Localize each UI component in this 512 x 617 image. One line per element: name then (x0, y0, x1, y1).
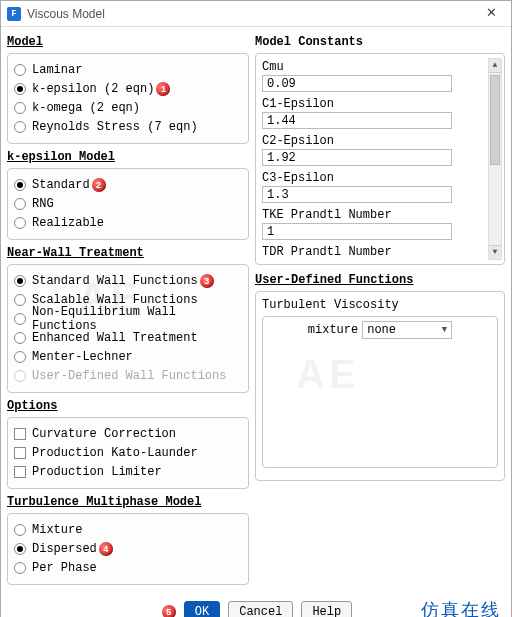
radio-icon (14, 198, 26, 210)
footer: 5 OK Cancel Help 仿真在线 www.1CAE.com (1, 591, 511, 617)
const-c2-input[interactable] (262, 149, 452, 166)
help-button[interactable]: Help (301, 601, 352, 617)
check-kato-launder[interactable]: Production Kato-Launder (14, 444, 242, 462)
radio-icon (14, 294, 26, 306)
radio-icon (14, 83, 26, 95)
check-label: Production Kato-Launder (32, 446, 198, 460)
radio-icon (14, 121, 26, 133)
radio-k-epsilon[interactable]: k-epsilon (2 eqn) 1 (14, 80, 242, 98)
checkbox-icon (14, 447, 26, 459)
const-label: TDR Prandtl Number (262, 245, 500, 259)
nearwall-group: AE Standard Wall Functions 3 Scalable Wa… (7, 264, 249, 393)
radio-label: User-Defined Wall Functions (32, 369, 226, 383)
scroll-down-icon[interactable]: ▼ (489, 245, 501, 259)
radio-rng[interactable]: RNG (14, 195, 242, 213)
radio-label: Mixture (32, 523, 82, 537)
window-title: Viscous Model (27, 7, 477, 21)
app-icon: F (7, 7, 21, 21)
scroll-up-icon[interactable]: ▲ (489, 59, 501, 73)
udf-heading: User-Defined Functions (255, 273, 505, 287)
const-label: C3-Epsilon (262, 171, 500, 185)
left-column: Model Laminar k-epsilon (2 eqn) 1 k-omeg… (7, 31, 249, 591)
checkbox-icon (14, 466, 26, 478)
radio-label: RNG (32, 197, 54, 211)
radio-mixture[interactable]: Mixture (14, 521, 242, 539)
annotation-marker-4: 4 (99, 542, 113, 556)
radio-label: Menter-Lechner (32, 350, 133, 364)
udf-mixture-select[interactable]: none ▼ (362, 321, 452, 339)
constants-heading: Model Constants (255, 35, 505, 49)
radio-label: Standard (32, 178, 90, 192)
select-value: none (367, 323, 396, 337)
annotation-marker-5: 5 (162, 605, 176, 617)
multiphase-heading: Turbulence Multiphase Model (7, 495, 249, 509)
radio-icon (14, 102, 26, 114)
const-tke-input[interactable] (262, 223, 452, 240)
radio-icon (14, 562, 26, 574)
radio-icon (14, 351, 26, 363)
radio-standard[interactable]: Standard 2 (14, 176, 242, 194)
scroll-thumb[interactable] (490, 75, 500, 165)
right-column: Model Constants Cmu C1-Epsilon C2-Epsilo… (255, 31, 505, 591)
radio-realizable[interactable]: Realizable (14, 214, 242, 232)
udf-group: AE Turbulent Viscosity mixture none ▼ (255, 291, 505, 481)
close-icon[interactable]: ✕ (477, 5, 505, 23)
radio-label: Dispersed (32, 542, 97, 556)
radio-reynolds-stress[interactable]: Reynolds Stress (7 eqn) (14, 118, 242, 136)
radio-label: Standard Wall Functions (32, 274, 198, 288)
radio-icon (14, 313, 26, 325)
annotation-marker-2: 2 (92, 178, 106, 192)
constants-group: Cmu C1-Epsilon C2-Epsilon C3-Epsilon TKE… (255, 53, 505, 265)
watermark-text: 仿真在线 (418, 601, 501, 617)
check-curvature[interactable]: Curvature Correction (14, 425, 242, 443)
radio-per-phase[interactable]: Per Phase (14, 559, 242, 577)
radio-user-wall: User-Defined Wall Functions (14, 367, 242, 385)
viscous-model-dialog: F Viscous Model ✕ Model Laminar k-epsilo… (0, 0, 512, 617)
options-group: Curvature Correction Production Kato-Lau… (7, 417, 249, 489)
multiphase-group: Mixture Dispersed 4 Per Phase (7, 513, 249, 585)
radio-label: Enhanced Wall Treatment (32, 331, 198, 345)
radio-icon (14, 370, 26, 382)
kepsilon-group: Standard 2 RNG Realizable (7, 168, 249, 240)
udf-inner: mixture none ▼ (262, 316, 498, 468)
const-c1-input[interactable] (262, 112, 452, 129)
radio-label: Laminar (32, 63, 82, 77)
radio-standard-wall[interactable]: Standard Wall Functions 3 (14, 272, 242, 290)
annotation-marker-3: 3 (200, 274, 214, 288)
radio-label: Reynolds Stress (7 eqn) (32, 120, 198, 134)
radio-dispersed[interactable]: Dispersed 4 (14, 540, 242, 558)
scrollbar[interactable]: ▲ ▼ (488, 58, 502, 260)
radio-menter-lechner[interactable]: Menter-Lechner (14, 348, 242, 366)
watermark: 仿真在线 www.1CAE.com (418, 601, 501, 617)
kepsilon-heading: k-epsilon Model (7, 150, 249, 164)
const-label: C2-Epsilon (262, 134, 500, 148)
check-label: Curvature Correction (32, 427, 176, 441)
cancel-button[interactable]: Cancel (228, 601, 293, 617)
const-label: TKE Prandtl Number (262, 208, 500, 222)
check-label: Production Limiter (32, 465, 162, 479)
radio-laminar[interactable]: Laminar (14, 61, 242, 79)
radio-icon (14, 217, 26, 229)
radio-enhanced-wall[interactable]: Enhanced Wall Treatment (14, 329, 242, 347)
ok-button[interactable]: OK (184, 601, 220, 617)
model-group: Laminar k-epsilon (2 eqn) 1 k-omega (2 e… (7, 53, 249, 144)
udf-sublabel: Turbulent Viscosity (262, 298, 498, 312)
radio-label: k-omega (2 eqn) (32, 101, 140, 115)
radio-label: Per Phase (32, 561, 97, 575)
radio-icon (14, 524, 26, 536)
radio-icon (14, 275, 26, 287)
checkbox-icon (14, 428, 26, 440)
radio-k-omega[interactable]: k-omega (2 eqn) (14, 99, 242, 117)
annotation-marker-1: 1 (156, 82, 170, 96)
radio-icon (14, 332, 26, 344)
const-c3-input[interactable] (262, 186, 452, 203)
check-production-limiter[interactable]: Production Limiter (14, 463, 242, 481)
const-cmu-input[interactable] (262, 75, 452, 92)
chevron-down-icon: ▼ (442, 325, 447, 335)
radio-label: Realizable (32, 216, 104, 230)
radio-icon (14, 64, 26, 76)
radio-icon (14, 543, 26, 555)
udf-row-label: mixture (308, 323, 358, 337)
radio-nonequilibrium-wall[interactable]: Non-Equilibrium Wall Functions (14, 310, 242, 328)
radio-icon (14, 179, 26, 191)
